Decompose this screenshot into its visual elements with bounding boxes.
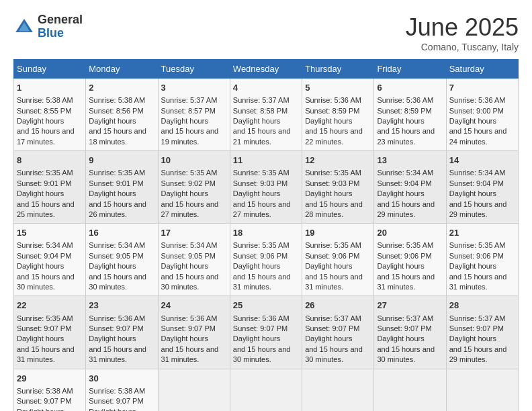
sunrise: Sunrise: 5:37 AM [233, 96, 290, 104]
calendar-cell: 29 Sunrise: 5:38 AM Sunset: 9:07 PM Dayl… [14, 369, 86, 411]
calendar-week-row: 22 Sunrise: 5:35 AM Sunset: 9:07 PM Dayl… [14, 296, 519, 369]
page-header: General Blue June 2025 Comano, Tuscany, … [13, 13, 519, 52]
logo-text: General Blue [38, 13, 83, 40]
calendar-cell: 15 Sunrise: 5:34 AM Sunset: 9:04 PM Dayl… [14, 224, 86, 296]
sunset: Sunset: 9:07 PM [449, 324, 504, 332]
calendar-cell: 26 Sunrise: 5:37 AM Sunset: 9:07 PM Dayl… [302, 296, 374, 369]
daylight-label: Daylight hours [89, 117, 136, 125]
daylight-duration: and 15 hours and 29 minutes. [449, 345, 507, 363]
sunset: Sunset: 8:59 PM [305, 107, 359, 115]
sunrise: Sunrise: 5:36 AM [161, 314, 218, 322]
sunset: Sunset: 9:02 PM [161, 179, 216, 187]
month-title: June 2025 [406, 13, 519, 42]
daylight-duration: and 15 hours and 31 minutes. [17, 345, 75, 363]
sunset: Sunset: 9:07 PM [89, 324, 143, 332]
sunset: Sunset: 9:00 PM [449, 107, 504, 115]
calendar-cell: 27 Sunrise: 5:37 AM Sunset: 9:07 PM Dayl… [374, 296, 446, 369]
sunset: Sunset: 9:03 PM [305, 179, 359, 187]
sunrise: Sunrise: 5:38 AM [89, 96, 145, 104]
daylight-duration: and 15 hours and 27 minutes. [161, 200, 219, 218]
header-thursday: Thursday [302, 60, 374, 79]
day-number: 2 [89, 82, 154, 94]
calendar-cell: 24 Sunrise: 5:36 AM Sunset: 9:07 PM Dayl… [158, 296, 230, 369]
day-number: 22 [17, 300, 83, 312]
sunset: Sunset: 9:06 PM [233, 252, 287, 260]
calendar-cell: 12 Sunrise: 5:35 AM Sunset: 9:03 PM Dayl… [302, 151, 374, 224]
day-number: 6 [377, 82, 443, 94]
sunrise: Sunrise: 5:37 AM [377, 314, 433, 322]
calendar-cell: 2 Sunrise: 5:38 AM Sunset: 8:56 PM Dayli… [86, 79, 158, 151]
daylight-duration: and 15 hours and 17 minutes. [17, 127, 75, 145]
sunrise: Sunrise: 5:37 AM [449, 314, 506, 322]
daylight-duration: and 15 hours and 31 minutes. [305, 273, 363, 291]
calendar-cell: 5 Sunrise: 5:36 AM Sunset: 8:59 PM Dayli… [302, 79, 374, 151]
daylight-duration: and 15 hours and 26 minutes. [89, 200, 146, 218]
sunset: Sunset: 8:57 PM [161, 107, 216, 115]
daylight-label: Daylight hours [89, 262, 136, 270]
weekday-header-row: Sunday Monday Tuesday Wednesday Thursday… [14, 60, 519, 79]
calendar-week-row: 8 Sunrise: 5:35 AM Sunset: 9:01 PM Dayli… [14, 151, 519, 224]
daylight-label: Daylight hours [233, 334, 280, 342]
daylight-duration: and 15 hours and 23 minutes. [377, 127, 435, 145]
daylight-label: Daylight hours [305, 117, 352, 125]
calendar-cell [230, 369, 302, 411]
day-number: 18 [233, 227, 299, 239]
daylight-duration: and 15 hours and 28 minutes. [305, 200, 363, 218]
daylight-duration: and 15 hours and 30 minutes. [161, 273, 219, 291]
calendar-cell: 13 Sunrise: 5:34 AM Sunset: 9:04 PM Dayl… [374, 151, 446, 224]
sunrise: Sunrise: 5:35 AM [17, 314, 73, 322]
calendar-week-row: 1 Sunrise: 5:38 AM Sunset: 8:55 PM Dayli… [14, 79, 519, 151]
logo: General Blue [13, 13, 83, 40]
day-number: 17 [161, 227, 227, 239]
daylight-label: Daylight hours [233, 189, 280, 197]
calendar-cell: 6 Sunrise: 5:36 AM Sunset: 8:59 PM Dayli… [374, 79, 446, 151]
sunrise: Sunrise: 5:35 AM [233, 241, 290, 249]
daylight-label: Daylight hours [449, 334, 496, 342]
calendar-cell [446, 369, 518, 411]
calendar-cell: 23 Sunrise: 5:36 AM Sunset: 9:07 PM Dayl… [86, 296, 158, 369]
day-number: 14 [449, 154, 515, 167]
day-number: 21 [449, 227, 515, 239]
day-number: 24 [161, 300, 227, 312]
daylight-label: Daylight hours [449, 117, 496, 125]
calendar-cell: 10 Sunrise: 5:35 AM Sunset: 9:02 PM Dayl… [158, 151, 230, 224]
calendar-cell: 16 Sunrise: 5:34 AM Sunset: 9:05 PM Dayl… [86, 224, 158, 296]
day-number: 9 [89, 154, 154, 167]
day-number: 26 [305, 300, 371, 312]
sunrise: Sunrise: 5:34 AM [161, 241, 218, 249]
sunrise: Sunrise: 5:36 AM [377, 96, 433, 104]
calendar-cell: 25 Sunrise: 5:36 AM Sunset: 9:07 PM Dayl… [230, 296, 302, 369]
sunset: Sunset: 9:07 PM [305, 324, 359, 332]
daylight-duration: and 15 hours and 29 minutes. [449, 200, 507, 218]
day-number: 8 [17, 154, 83, 167]
day-number: 15 [17, 227, 83, 239]
sunset: Sunset: 9:05 PM [89, 252, 143, 260]
calendar-cell: 7 Sunrise: 5:36 AM Sunset: 9:00 PM Dayli… [446, 79, 518, 151]
header-wednesday: Wednesday [230, 60, 302, 79]
sunset: Sunset: 9:07 PM [233, 324, 287, 332]
sunset: Sunset: 9:04 PM [377, 179, 431, 187]
sunset: Sunset: 9:01 PM [17, 179, 71, 187]
calendar-cell: 11 Sunrise: 5:35 AM Sunset: 9:03 PM Dayl… [230, 151, 302, 224]
logo-blue: Blue [38, 26, 64, 40]
calendar-cell: 8 Sunrise: 5:35 AM Sunset: 9:01 PM Dayli… [14, 151, 86, 224]
sunset: Sunset: 8:56 PM [89, 107, 143, 115]
sunrise: Sunrise: 5:37 AM [305, 314, 361, 322]
daylight-label: Daylight hours [89, 189, 136, 197]
daylight-label: Daylight hours [233, 262, 280, 270]
sunrise: Sunrise: 5:36 AM [89, 314, 145, 322]
day-number: 12 [305, 154, 371, 167]
daylight-label: Daylight hours [377, 117, 424, 125]
sunset: Sunset: 9:01 PM [89, 179, 143, 187]
day-number: 28 [449, 300, 515, 312]
daylight-duration: and 15 hours and 19 minutes. [161, 127, 219, 145]
daylight-duration: and 15 hours and 29 minutes. [377, 200, 435, 218]
daylight-duration: and 15 hours and 18 minutes. [89, 127, 146, 145]
sunset: Sunset: 9:07 PM [89, 397, 143, 405]
sunset: Sunset: 8:58 PM [233, 107, 287, 115]
sunrise: Sunrise: 5:34 AM [89, 241, 145, 249]
daylight-duration: and 15 hours and 31 minutes. [449, 273, 507, 291]
daylight-label: Daylight hours [377, 262, 424, 270]
header-saturday: Saturday [446, 60, 518, 79]
sunrise: Sunrise: 5:35 AM [377, 241, 433, 249]
